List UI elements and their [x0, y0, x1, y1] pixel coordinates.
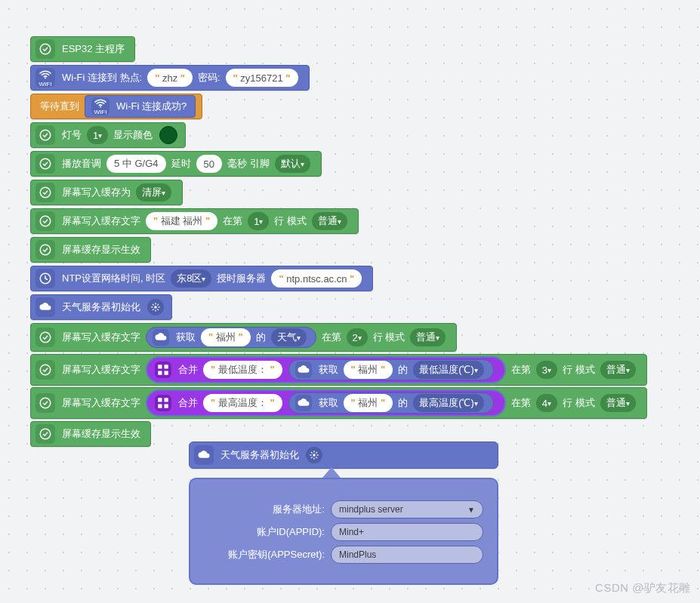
field-select[interactable]: 天气	[271, 328, 307, 346]
esp-icon	[35, 211, 55, 231]
block-weather-init[interactable]: 天气服务器初始化	[30, 294, 172, 320]
svg-line-15	[157, 309, 159, 310]
block-led-color[interactable]: 灯号 1 显示颜色	[30, 122, 186, 148]
block-join[interactable]: 合并 最高温度： 获取 福州 的 最高温度(℃)	[146, 389, 506, 417]
cloud-icon	[153, 329, 169, 346]
ntp-l1: NTP设置网络时间, 时区	[62, 272, 165, 285]
winit-l: 天气服务器初始化	[62, 300, 140, 314]
server-select[interactable]: mindplus server ▼	[331, 500, 483, 518]
svg-line-16	[153, 309, 154, 310]
watermark: CSDN @驴友花雕	[595, 581, 691, 595]
block-wifi-connect[interactable]: WIFI Wi-Fi 连接到 热点: zhz 密码: zy156721	[30, 65, 310, 91]
esp-icon	[35, 154, 55, 174]
join-left-input[interactable]: 最低温度：	[203, 361, 282, 379]
gw-of: 的	[398, 396, 408, 410]
svg-rect-27	[158, 405, 162, 408]
wifi-mid: 密码:	[198, 71, 220, 85]
block-screen-text-1[interactable]: 屏幕写入缓存文字 福建 福州 在第 1 行 模式 普通	[30, 208, 359, 234]
block-stack: ESP32 主程序 WIFI Wi-Fi 连接到 热点: zhz 密码: zy1…	[30, 35, 647, 448]
ntp-server-input[interactable]: ntp.ntsc.ac.cn	[271, 269, 362, 288]
weather-init-popover: 天气服务器初始化 服务器地址: mindplus server ▼ 账户ID(A…	[189, 441, 498, 585]
city-input[interactable]: 福州	[344, 361, 393, 379]
appid-input[interactable]: Mind+	[331, 523, 483, 541]
svg-point-7	[40, 245, 51, 255]
field-select[interactable]: 最高温度(℃)	[413, 394, 484, 412]
block-wait-until[interactable]: 等待直到 WIFI Wi-Fi 连接成功?	[30, 94, 202, 119]
block-ntp[interactable]: NTP设置网络时间, 时区 东8区 授时服务器 ntp.ntsc.ac.cn	[30, 266, 373, 291]
svg-rect-25	[158, 398, 162, 401]
secret-label: 账户密钥(APPSecret):	[204, 548, 325, 561]
config-panel: 服务器地址: mindplus server ▼ 账户ID(APPID): Mi…	[189, 478, 498, 585]
line-select[interactable]: 3	[536, 361, 557, 379]
svg-point-2	[100, 106, 101, 108]
block-screen-flush[interactable]: 屏幕缓存显示生效	[30, 421, 151, 447]
svg-point-30	[313, 454, 316, 457]
city-input[interactable]: 福州	[201, 328, 251, 346]
note-input[interactable]: 5 中 G/G4	[106, 155, 166, 173]
secret-input[interactable]: MindPlus	[331, 546, 483, 564]
block-get-weather[interactable]: 获取 福州 的 天气	[146, 327, 316, 348]
flush-l: 屏幕缓存显示生效	[62, 243, 140, 257]
flush-l2: 屏幕缓存显示生效	[62, 427, 140, 441]
svg-point-0	[40, 44, 51, 54]
block-screen-text-4[interactable]: 屏幕写入缓存文字 合并 最高温度： 获取 福州 的 最高温度(℃) 在第 4 行…	[30, 387, 647, 419]
block-join[interactable]: 合并 最低温度： 获取 福州 的 最低温度(℃)	[146, 356, 506, 383]
esp-icon	[35, 39, 55, 59]
mode-select[interactable]: 普通	[410, 328, 446, 346]
line-select[interactable]: 1	[248, 212, 269, 230]
mode-select[interactable]: 普通	[600, 394, 636, 412]
cloud-icon	[295, 361, 312, 378]
block-get-weather[interactable]: 获取 福州 的 最低温度(℃)	[288, 359, 494, 380]
svg-rect-26	[165, 398, 168, 401]
line-select[interactable]: 2	[347, 328, 368, 346]
popover-arrow-icon	[322, 467, 341, 478]
gear-icon[interactable]	[147, 299, 164, 315]
app-icon	[155, 395, 171, 411]
svg-rect-28	[165, 405, 168, 408]
ms-input[interactable]: 50	[196, 155, 222, 173]
color-picker[interactable]	[159, 126, 177, 144]
led-index[interactable]: 1	[87, 126, 108, 144]
led-prefix: 灯号	[62, 128, 82, 142]
block-weather-init-detached[interactable]: 天气服务器初始化	[189, 441, 498, 469]
svg-point-1	[45, 78, 46, 79]
block-screen-flush[interactable]: 屏幕缓存显示生效	[30, 237, 151, 263]
svg-point-19	[40, 365, 51, 375]
block-get-weather[interactable]: 获取 福州 的 最高温度(℃)	[288, 392, 494, 414]
mode-select[interactable]: 普通	[312, 212, 347, 230]
scr-l1: 屏幕写入缓存为	[62, 186, 131, 199]
line-select[interactable]: 4	[536, 394, 557, 412]
esp-icon	[35, 393, 55, 413]
mode-select[interactable]: 普通	[600, 361, 636, 379]
appid-label: 账户ID(APPID):	[204, 525, 325, 539]
led-suffix: 显示颜色	[113, 128, 153, 142]
esp-icon	[35, 183, 55, 202]
scr-opt[interactable]: 清屏	[136, 183, 171, 202]
ssid-input[interactable]: zhz	[147, 69, 193, 87]
cloud-icon	[295, 395, 312, 411]
block-play-tone[interactable]: 播放音调 5 中 G/G4 延时 50 毫秒 引脚 默认	[30, 151, 322, 177]
pwd-input[interactable]: zy156721	[226, 69, 298, 87]
pin-select[interactable]: 默认	[275, 155, 310, 173]
server-label: 服务器地址:	[204, 503, 325, 516]
block-screen-buffer[interactable]: 屏幕写入缓存为 清屏	[30, 180, 183, 205]
svg-line-17	[157, 304, 159, 306]
text-input[interactable]: 福建 福州	[146, 212, 217, 230]
field-select[interactable]: 最低温度(℃)	[413, 361, 484, 379]
gear-icon[interactable]	[306, 447, 322, 463]
st21: 屏幕写入缓存文字	[62, 331, 140, 344]
wifi-icon: WIFI	[91, 97, 109, 115]
join-left-input[interactable]: 最高温度：	[203, 394, 282, 412]
block-screen-text-3[interactable]: 屏幕写入缓存文字 合并 最低温度： 获取 福州 的 最低温度(℃) 在第 3 行…	[30, 354, 647, 386]
tz-select[interactable]: 东8区	[171, 269, 211, 288]
svg-point-18	[40, 332, 51, 343]
st41: 屏幕写入缓存文字	[62, 396, 140, 410]
city-input[interactable]: 福州	[344, 394, 393, 412]
clock-icon	[35, 269, 55, 288]
block-label: ESP32 主程序	[62, 42, 125, 56]
svg-point-4	[40, 158, 51, 169]
st43: 行 模式	[563, 396, 595, 410]
block-screen-text-2[interactable]: 屏幕写入缓存文字 获取 福州 的 天气 在第 2 行 模式 普通	[30, 323, 457, 352]
block-esp32-main[interactable]: ESP32 主程序	[30, 36, 135, 62]
tone-l1: 播放音调	[62, 157, 101, 171]
